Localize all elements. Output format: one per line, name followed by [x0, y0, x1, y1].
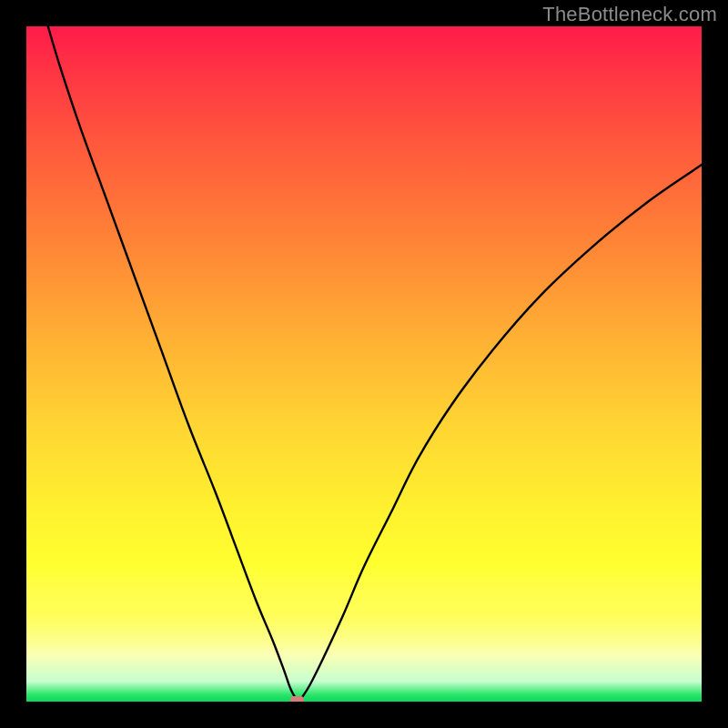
optimum-marker — [290, 696, 304, 702]
plot-area — [26, 26, 702, 702]
watermark-text: TheBottleneck.com — [542, 3, 717, 26]
bottleneck-curve — [26, 26, 702, 702]
chart-frame: TheBottleneck.com — [0, 0, 728, 728]
